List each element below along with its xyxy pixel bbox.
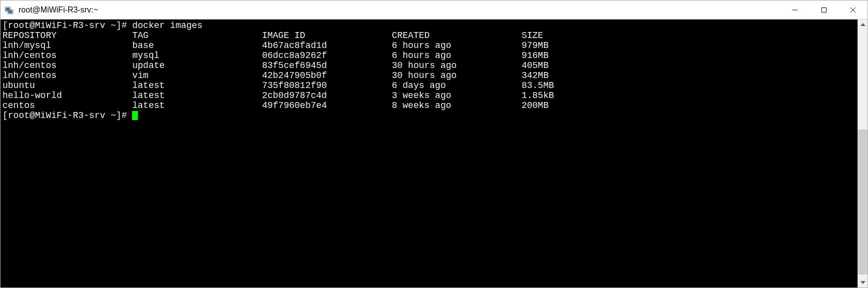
- cursor: [132, 111, 138, 120]
- maximize-button[interactable]: [809, 0, 838, 19]
- cell-size: 1.85kB: [522, 90, 554, 100]
- header-size: SIZE: [522, 30, 543, 40]
- cell-image-id: 735f80812f90: [262, 80, 391, 90]
- cell-repository: lnh/centos: [3, 50, 132, 60]
- header-repository: REPOSITORY: [3, 30, 132, 40]
- svg-rect-5: [822, 8, 826, 12]
- terminal-area: [root@MiWiFi-R3-srv ~]# docker imagesREP…: [1, 20, 867, 288]
- cell-repository: lnh/centos: [3, 60, 132, 70]
- scrollbar[interactable]: [857, 20, 867, 288]
- cell-tag: mysql: [132, 50, 262, 60]
- prompt: [root@MiWiFi-R3-srv ~]#: [3, 110, 132, 120]
- cell-size: 342MB: [522, 70, 549, 80]
- cell-size: 916MB: [522, 50, 549, 60]
- scroll-down-icon[interactable]: [858, 278, 867, 288]
- cell-repository: lnh/centos: [3, 70, 132, 80]
- cell-tag: base: [132, 40, 262, 50]
- header-image-id: IMAGE ID: [262, 30, 391, 40]
- cell-repository: ubuntu: [3, 80, 132, 90]
- title-bar-controls: [780, 0, 867, 19]
- cell-size: 979MB: [522, 40, 549, 50]
- cell-created: 30 hours ago: [392, 60, 522, 70]
- cell-image-id: 49f7960eb7e4: [262, 100, 391, 110]
- cell-repository: centos: [3, 100, 132, 110]
- terminal-output[interactable]: [root@MiWiFi-R3-srv ~]# docker imagesREP…: [1, 20, 857, 288]
- cell-repository: lnh/mysql: [3, 40, 132, 50]
- cell-repository: hello-world: [3, 90, 132, 100]
- table-row: centoslatest49f7960eb7e48 weeks ago200MB: [3, 100, 855, 110]
- command: docker images: [132, 20, 202, 30]
- close-button[interactable]: [838, 0, 867, 19]
- table-row: lnh/centosmysql06dcc8a9262f6 hours ago91…: [3, 50, 855, 60]
- cell-tag: latest: [132, 100, 262, 110]
- table-row: hello-worldlatest2cb0d9787c4d3 weeks ago…: [3, 90, 855, 100]
- table-row: ubuntulatest735f80812f906 days ago83.5MB: [3, 80, 855, 90]
- scroll-thumb[interactable]: [858, 130, 867, 274]
- cell-created: 3 weeks ago: [392, 90, 522, 100]
- cell-image-id: 2cb0d9787c4d: [262, 90, 391, 100]
- cell-image-id: 42b247905b0f: [262, 70, 391, 80]
- header-tag: TAG: [132, 30, 262, 40]
- app-icon: [5, 5, 15, 15]
- cell-size: 200MB: [522, 100, 549, 110]
- cell-created: 6 hours ago: [392, 40, 522, 50]
- cell-created: 8 weeks ago: [392, 100, 522, 110]
- prompt: [root@MiWiFi-R3-srv ~]#: [3, 20, 132, 30]
- cell-tag: latest: [132, 90, 262, 100]
- table-row: lnh/mysqlbase4b67ac8fad1d6 hours ago979M…: [3, 40, 855, 50]
- scroll-up-icon[interactable]: [858, 20, 867, 30]
- cell-tag: update: [132, 60, 262, 70]
- cell-created: 30 hours ago: [392, 70, 522, 80]
- cell-tag: latest: [132, 80, 262, 90]
- table-row: lnh/centosvim42b247905b0f30 hours ago342…: [3, 70, 855, 80]
- cell-image-id: 83f5cef6945d: [262, 60, 391, 70]
- minimize-button[interactable]: [780, 0, 809, 19]
- cell-created: 6 days ago: [392, 80, 522, 90]
- cell-size: 83.5MB: [522, 80, 554, 90]
- title-bar-left: root@MiWiFi-R3-srv:~: [1, 5, 780, 15]
- cell-size: 405MB: [522, 60, 549, 70]
- table-row: lnh/centosupdate83f5cef6945d30 hours ago…: [3, 60, 855, 70]
- cell-image-id: 4b67ac8fad1d: [262, 40, 391, 50]
- terminal-window: root@MiWiFi-R3-srv:~ [root@MiWiFi-R3-srv…: [0, 0, 868, 288]
- window-title: root@MiWiFi-R3-srv:~: [19, 6, 98, 14]
- title-bar: root@MiWiFi-R3-srv:~: [1, 0, 867, 20]
- cell-image-id: 06dcc8a9262f: [262, 50, 391, 60]
- cell-created: 6 hours ago: [392, 50, 522, 60]
- svg-rect-3: [9, 10, 13, 13]
- cell-tag: vim: [132, 70, 262, 80]
- table-header: REPOSITORYTAGIMAGE IDCREATEDSIZE: [3, 30, 855, 40]
- header-created: CREATED: [392, 30, 522, 40]
